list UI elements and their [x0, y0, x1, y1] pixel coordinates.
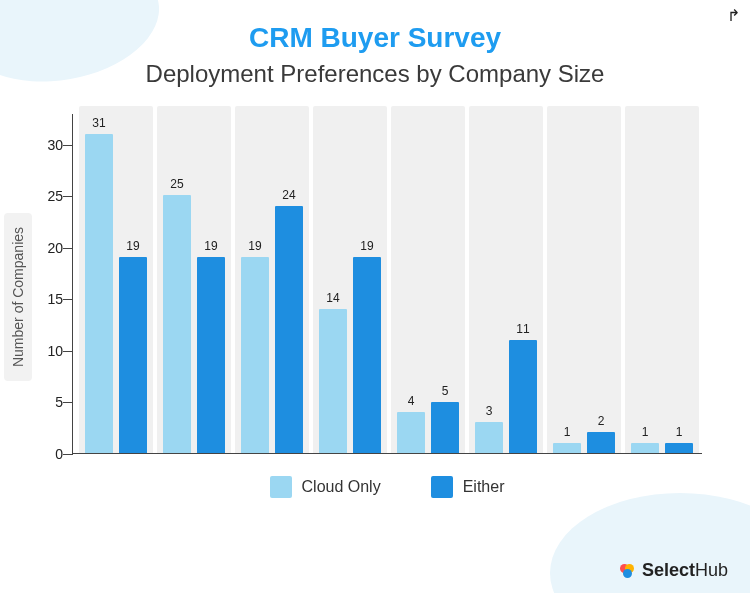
bar-cloud: 4	[397, 412, 425, 453]
y-tick	[63, 402, 73, 403]
bar-value-label: 1	[665, 425, 693, 443]
y-tick	[63, 248, 73, 249]
y-tick	[63, 454, 73, 455]
y-tick	[63, 196, 73, 197]
bar-group: 1924	[237, 114, 307, 453]
y-tick	[63, 351, 73, 352]
y-tick-label: 25	[35, 188, 63, 204]
bar-value-label: 31	[85, 116, 113, 134]
bar-group: 311	[471, 114, 541, 453]
bar-value-label: 19	[119, 239, 147, 257]
legend: Cloud Only Either	[72, 476, 702, 498]
bar-value-label: 2	[587, 414, 615, 432]
bar-either: 1	[665, 443, 693, 453]
bar-value-label: 1	[631, 425, 659, 443]
bar-value-label: 1	[553, 425, 581, 443]
y-tick	[63, 299, 73, 300]
legend-label-either: Either	[463, 478, 505, 496]
bar-value-label: 24	[275, 188, 303, 206]
legend-swatch-cloud	[270, 476, 292, 498]
y-axis-label: Number of Companies	[4, 212, 32, 380]
y-tick-label: 10	[35, 343, 63, 359]
bar-value-label: 3	[475, 404, 503, 422]
bar-group-bg	[547, 106, 621, 453]
bar-either: 19	[353, 257, 381, 453]
bar-cloud: 25	[163, 195, 191, 453]
brand-mark-icon	[620, 563, 636, 579]
bar-cloud: 19	[241, 257, 269, 453]
bar-cloud: 1	[553, 443, 581, 453]
bar-value-label: 4	[397, 394, 425, 412]
legend-swatch-either	[431, 476, 453, 498]
y-tick-label: 5	[35, 394, 63, 410]
bar-either: 19	[119, 257, 147, 453]
brand-name: SelectHub	[642, 560, 728, 581]
bar-value-label: 14	[319, 291, 347, 309]
legend-item-either: Either	[431, 476, 505, 498]
legend-item-cloud: Cloud Only	[270, 476, 381, 498]
bar-group: 1419	[315, 114, 385, 453]
y-tick	[63, 145, 73, 146]
bar-group-bg	[625, 106, 699, 453]
chart-title: CRM Buyer Survey	[0, 22, 750, 54]
bar-either: 24	[275, 206, 303, 453]
bar-either: 5	[431, 402, 459, 454]
y-tick-label: 0	[35, 446, 63, 462]
bar-either: 2	[587, 432, 615, 453]
bar-value-label: 5	[431, 384, 459, 402]
bar-group: 3119	[81, 114, 151, 453]
bar-group: 45	[393, 114, 463, 453]
bar-either: 19	[197, 257, 225, 453]
bar-either: 11	[509, 340, 537, 453]
y-tick-label: 15	[35, 291, 63, 307]
bar-cloud: 31	[85, 134, 113, 453]
brand-logo: SelectHub	[620, 560, 728, 581]
bar-value-label: 19	[353, 239, 381, 257]
bar-value-label: 19	[241, 239, 269, 257]
y-tick-label: 20	[35, 240, 63, 256]
bar-value-label: 11	[509, 322, 537, 340]
bar-group: 12	[549, 114, 619, 453]
bar-cloud: 3	[475, 422, 503, 453]
chart-plot-area: 0510152025303119251919241419453111211	[72, 114, 702, 454]
bar-group: 2519	[159, 114, 229, 453]
bar-value-label: 19	[197, 239, 225, 257]
bar-cloud: 14	[319, 309, 347, 453]
chart-subtitle: Deployment Preferences by Company Size	[0, 60, 750, 88]
bar-value-label: 25	[163, 177, 191, 195]
y-tick-label: 30	[35, 137, 63, 153]
bar-group: 11	[627, 114, 697, 453]
bar-cloud: 1	[631, 443, 659, 453]
legend-label-cloud: Cloud Only	[302, 478, 381, 496]
